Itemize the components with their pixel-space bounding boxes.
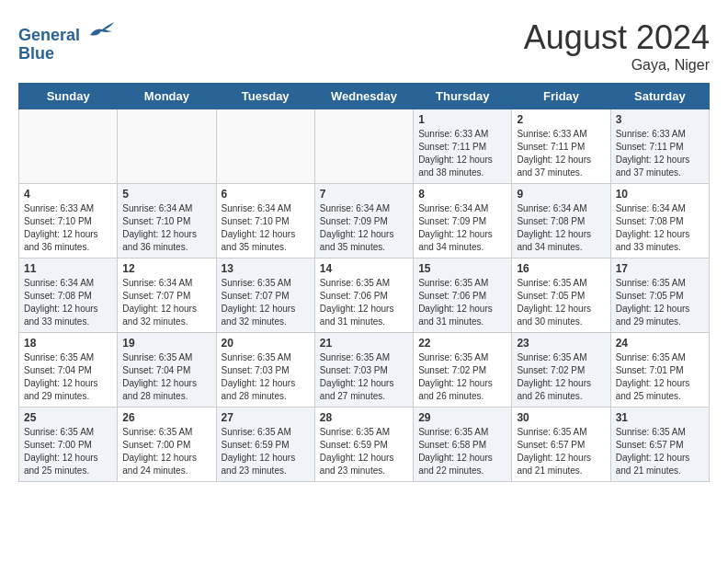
calendar-weekday-friday: Friday [512, 84, 610, 109]
day-info: Sunrise: 6:33 AM Sunset: 7:11 PM Dayligh… [517, 128, 605, 179]
day-info: Sunrise: 6:35 AM Sunset: 7:00 PM Dayligh… [122, 426, 210, 477]
day-number: 2 [517, 113, 605, 126]
calendar-weekday-sunday: Sunday [19, 84, 118, 109]
calendar-cell: 14Sunrise: 6:35 AM Sunset: 7:06 PM Dayli… [314, 259, 413, 333]
day-info: Sunrise: 6:33 AM Sunset: 7:11 PM Dayligh… [616, 128, 704, 179]
day-info: Sunrise: 6:35 AM Sunset: 7:06 PM Dayligh… [320, 277, 408, 328]
day-info: Sunrise: 6:34 AM Sunset: 7:10 PM Dayligh… [122, 202, 210, 254]
day-info: Sunrise: 6:34 AM Sunset: 7:07 PM Dayligh… [122, 277, 210, 328]
calendar-weekday-tuesday: Tuesday [216, 84, 314, 109]
day-number: 11 [24, 262, 112, 275]
calendar-cell: 3Sunrise: 6:33 AM Sunset: 7:11 PM Daylig… [610, 109, 709, 184]
calendar-cell: 7Sunrise: 6:34 AM Sunset: 7:09 PM Daylig… [314, 184, 413, 259]
day-number: 22 [418, 337, 506, 350]
calendar-cell: 15Sunrise: 6:35 AM Sunset: 7:06 PM Dayli… [414, 259, 512, 333]
calendar-header-row: SundayMondayTuesdayWednesdayThursdayFrid… [19, 84, 710, 109]
day-number: 9 [517, 188, 605, 201]
day-number: 8 [418, 188, 506, 201]
title-area: August 2024 Gaya, Niger [524, 18, 710, 74]
day-info: Sunrise: 6:35 AM Sunset: 7:05 PM Dayligh… [616, 277, 704, 328]
day-info: Sunrise: 6:34 AM Sunset: 7:08 PM Dayligh… [24, 277, 112, 328]
day-info: Sunrise: 6:35 AM Sunset: 7:03 PM Dayligh… [320, 351, 408, 403]
day-number: 20 [222, 337, 310, 350]
day-info: Sunrise: 6:35 AM Sunset: 7:00 PM Dayligh… [24, 426, 112, 477]
day-info: Sunrise: 6:35 AM Sunset: 6:57 PM Dayligh… [616, 426, 704, 477]
calendar-cell: 25Sunrise: 6:35 AM Sunset: 7:00 PM Dayli… [19, 408, 118, 482]
location: Gaya, Niger [524, 57, 710, 74]
day-number: 19 [122, 337, 210, 350]
calendar-cell: 24Sunrise: 6:35 AM Sunset: 7:01 PM Dayli… [610, 333, 709, 408]
day-number: 28 [320, 411, 408, 424]
calendar-cell [19, 109, 118, 184]
calendar-cell: 10Sunrise: 6:34 AM Sunset: 7:08 PM Dayli… [610, 184, 709, 259]
calendar-cell: 30Sunrise: 6:35 AM Sunset: 6:57 PM Dayli… [512, 408, 610, 482]
calendar-cell: 2Sunrise: 6:33 AM Sunset: 7:11 PM Daylig… [512, 109, 610, 184]
day-number: 26 [122, 411, 210, 424]
calendar-cell: 18Sunrise: 6:35 AM Sunset: 7:04 PM Dayli… [19, 333, 118, 408]
calendar-cell: 26Sunrise: 6:35 AM Sunset: 7:00 PM Dayli… [118, 408, 216, 482]
calendar-week-row: 1Sunrise: 6:33 AM Sunset: 7:11 PM Daylig… [19, 109, 710, 184]
day-number: 25 [24, 411, 112, 424]
calendar-cell: 5Sunrise: 6:34 AM Sunset: 7:10 PM Daylig… [118, 184, 216, 259]
calendar-body: 1Sunrise: 6:33 AM Sunset: 7:11 PM Daylig… [19, 109, 710, 482]
day-number: 3 [616, 113, 704, 126]
calendar-cell: 17Sunrise: 6:35 AM Sunset: 7:05 PM Dayli… [610, 259, 709, 333]
calendar-week-row: 11Sunrise: 6:34 AM Sunset: 7:08 PM Dayli… [19, 259, 710, 333]
logo-bird-icon [88, 18, 116, 40]
calendar-cell [314, 109, 413, 184]
calendar-cell: 20Sunrise: 6:35 AM Sunset: 7:03 PM Dayli… [216, 333, 314, 408]
calendar-weekday-monday: Monday [118, 84, 216, 109]
day-info: Sunrise: 6:35 AM Sunset: 7:02 PM Dayligh… [517, 351, 605, 403]
calendar-week-row: 25Sunrise: 6:35 AM Sunset: 7:00 PM Dayli… [19, 408, 710, 482]
calendar-cell: 9Sunrise: 6:34 AM Sunset: 7:08 PM Daylig… [512, 184, 610, 259]
day-info: Sunrise: 6:35 AM Sunset: 7:04 PM Dayligh… [24, 351, 112, 403]
calendar-cell: 16Sunrise: 6:35 AM Sunset: 7:05 PM Dayli… [512, 259, 610, 333]
calendar-cell: 11Sunrise: 6:34 AM Sunset: 7:08 PM Dayli… [19, 259, 118, 333]
month-title: August 2024 [524, 18, 710, 57]
day-info: Sunrise: 6:34 AM Sunset: 7:10 PM Dayligh… [222, 202, 310, 254]
calendar-cell: 6Sunrise: 6:34 AM Sunset: 7:10 PM Daylig… [216, 184, 314, 259]
day-info: Sunrise: 6:34 AM Sunset: 7:08 PM Dayligh… [616, 202, 704, 254]
calendar-cell: 4Sunrise: 6:33 AM Sunset: 7:10 PM Daylig… [19, 184, 118, 259]
calendar-cell: 31Sunrise: 6:35 AM Sunset: 6:57 PM Dayli… [610, 408, 709, 482]
day-info: Sunrise: 6:35 AM Sunset: 6:58 PM Dayligh… [418, 426, 506, 477]
calendar-weekday-wednesday: Wednesday [314, 84, 413, 109]
calendar-table: SundayMondayTuesdayWednesdayThursdayFrid… [18, 83, 710, 482]
day-info: Sunrise: 6:35 AM Sunset: 7:04 PM Dayligh… [122, 351, 210, 403]
day-number: 30 [517, 411, 605, 424]
day-number: 17 [616, 262, 704, 275]
calendar-cell [216, 109, 314, 184]
calendar-cell: 19Sunrise: 6:35 AM Sunset: 7:04 PM Dayli… [118, 333, 216, 408]
day-number: 23 [517, 337, 605, 350]
calendar-cell: 12Sunrise: 6:34 AM Sunset: 7:07 PM Dayli… [118, 259, 216, 333]
day-info: Sunrise: 6:35 AM Sunset: 6:59 PM Dayligh… [222, 426, 310, 477]
day-number: 18 [24, 337, 112, 350]
day-info: Sunrise: 6:35 AM Sunset: 6:59 PM Dayligh… [320, 426, 408, 477]
calendar-week-row: 18Sunrise: 6:35 AM Sunset: 7:04 PM Dayli… [19, 333, 710, 408]
day-number: 12 [122, 262, 210, 275]
day-info: Sunrise: 6:34 AM Sunset: 7:09 PM Dayligh… [320, 202, 408, 254]
day-number: 5 [122, 188, 210, 201]
calendar-cell: 21Sunrise: 6:35 AM Sunset: 7:03 PM Dayli… [314, 333, 413, 408]
calendar-cell: 1Sunrise: 6:33 AM Sunset: 7:11 PM Daylig… [414, 109, 512, 184]
day-number: 14 [320, 262, 408, 275]
day-info: Sunrise: 6:34 AM Sunset: 7:08 PM Dayligh… [517, 202, 605, 254]
day-number: 24 [616, 337, 704, 350]
day-info: Sunrise: 6:34 AM Sunset: 7:09 PM Dayligh… [418, 202, 506, 254]
calendar-cell [118, 109, 216, 184]
day-number: 29 [418, 411, 506, 424]
day-number: 6 [222, 188, 310, 201]
day-info: Sunrise: 6:33 AM Sunset: 7:11 PM Dayligh… [418, 128, 506, 179]
day-info: Sunrise: 6:35 AM Sunset: 7:01 PM Dayligh… [616, 351, 704, 403]
day-number: 10 [616, 188, 704, 201]
day-number: 16 [517, 262, 605, 275]
day-info: Sunrise: 6:33 AM Sunset: 7:10 PM Dayligh… [24, 202, 112, 254]
day-number: 13 [222, 262, 310, 275]
day-info: Sunrise: 6:35 AM Sunset: 7:06 PM Dayligh… [418, 277, 506, 328]
logo-text: General [18, 18, 116, 45]
day-number: 7 [320, 188, 408, 201]
calendar-cell: 13Sunrise: 6:35 AM Sunset: 7:07 PM Dayli… [216, 259, 314, 333]
day-info: Sunrise: 6:35 AM Sunset: 7:02 PM Dayligh… [418, 351, 506, 403]
logo: General Blue [18, 18, 116, 63]
calendar-cell: 8Sunrise: 6:34 AM Sunset: 7:09 PM Daylig… [414, 184, 512, 259]
